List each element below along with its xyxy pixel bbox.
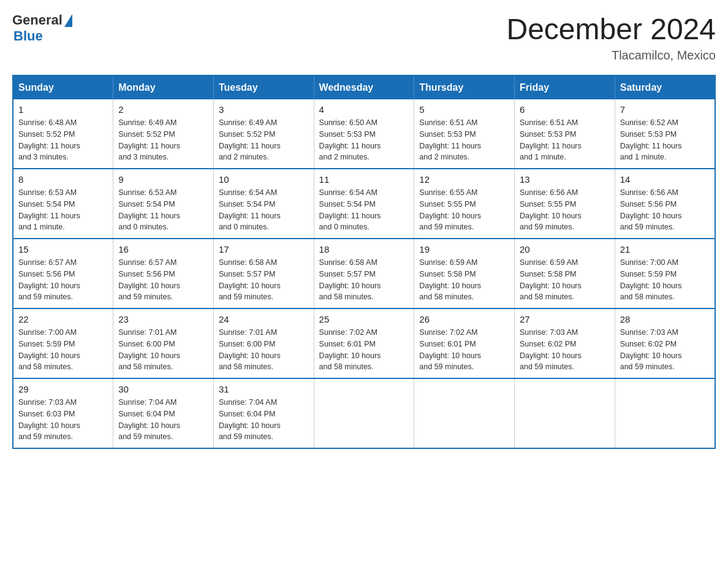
calendar-day-cell: 21Sunrise: 7:00 AMSunset: 5:59 PMDayligh… — [615, 239, 715, 308]
calendar-day-cell: 14Sunrise: 6:56 AMSunset: 5:56 PMDayligh… — [615, 169, 715, 239]
calendar-header-cell: Friday — [515, 75, 615, 99]
calendar-day-cell: 28Sunrise: 7:03 AMSunset: 6:02 PMDayligh… — [615, 308, 715, 378]
day-info: Sunrise: 7:04 AMSunset: 6:04 PMDaylight:… — [118, 397, 208, 443]
day-number: 14 — [620, 174, 710, 185]
day-number: 15 — [18, 244, 108, 255]
day-info: Sunrise: 6:54 AMSunset: 5:54 PMDaylight:… — [219, 187, 309, 233]
logo: General Blue — [12, 12, 72, 44]
day-info: Sunrise: 6:51 AMSunset: 5:53 PMDaylight:… — [520, 117, 610, 163]
day-number: 4 — [319, 104, 409, 115]
calendar-table: SundayMondayTuesdayWednesdayThursdayFrid… — [12, 75, 716, 449]
day-info: Sunrise: 7:03 AMSunset: 6:02 PMDaylight:… — [620, 327, 710, 373]
day-number: 21 — [620, 244, 710, 255]
day-number: 18 — [319, 244, 409, 255]
day-info: Sunrise: 6:53 AMSunset: 5:54 PMDaylight:… — [18, 187, 108, 233]
calendar-day-cell: 25Sunrise: 7:02 AMSunset: 6:01 PMDayligh… — [314, 308, 414, 378]
day-number: 16 — [118, 244, 208, 255]
calendar-day-cell: 24Sunrise: 7:01 AMSunset: 6:00 PMDayligh… — [213, 308, 314, 378]
calendar-body: 1Sunrise: 6:48 AMSunset: 5:52 PMDaylight… — [13, 99, 715, 448]
day-info: Sunrise: 6:57 AMSunset: 5:56 PMDaylight:… — [118, 257, 208, 303]
day-number: 2 — [118, 104, 208, 115]
day-number: 5 — [419, 104, 509, 115]
calendar-day-cell: 12Sunrise: 6:55 AMSunset: 5:55 PMDayligh… — [414, 169, 515, 239]
calendar-day-cell: 22Sunrise: 7:00 AMSunset: 5:59 PMDayligh… — [13, 308, 113, 378]
calendar-day-cell: 11Sunrise: 6:54 AMSunset: 5:54 PMDayligh… — [314, 169, 414, 239]
calendar-day-cell: 26Sunrise: 7:02 AMSunset: 6:01 PMDayligh… — [414, 308, 515, 378]
calendar-day-cell: 3Sunrise: 6:49 AMSunset: 5:52 PMDaylight… — [213, 99, 314, 169]
title-block: December 2024 Tlacamilco, Mexico — [506, 12, 716, 63]
day-number: 19 — [419, 244, 509, 255]
calendar-day-cell: 15Sunrise: 6:57 AMSunset: 5:56 PMDayligh… — [13, 239, 113, 308]
day-number: 29 — [18, 384, 108, 394]
calendar-day-cell — [615, 378, 715, 448]
day-info: Sunrise: 6:49 AMSunset: 5:52 PMDaylight:… — [219, 117, 309, 163]
day-info: Sunrise: 6:49 AMSunset: 5:52 PMDaylight:… — [118, 117, 208, 163]
calendar-header-row: SundayMondayTuesdayWednesdayThursdayFrid… — [13, 75, 715, 99]
day-info: Sunrise: 6:58 AMSunset: 5:57 PMDaylight:… — [219, 257, 309, 303]
day-number: 10 — [219, 174, 309, 185]
day-number: 24 — [219, 314, 309, 324]
calendar-day-cell: 13Sunrise: 6:56 AMSunset: 5:55 PMDayligh… — [515, 169, 615, 239]
day-number: 6 — [520, 104, 610, 115]
day-info: Sunrise: 7:01 AMSunset: 6:00 PMDaylight:… — [118, 327, 208, 373]
calendar-day-cell: 20Sunrise: 6:59 AMSunset: 5:58 PMDayligh… — [515, 239, 615, 308]
calendar-header-cell: Thursday — [414, 75, 515, 99]
calendar-day-cell: 8Sunrise: 6:53 AMSunset: 5:54 PMDaylight… — [13, 169, 113, 239]
calendar-week-row: 15Sunrise: 6:57 AMSunset: 5:56 PMDayligh… — [13, 239, 715, 308]
day-number: 30 — [118, 384, 208, 394]
day-info: Sunrise: 6:56 AMSunset: 5:55 PMDaylight:… — [520, 187, 610, 233]
calendar-day-cell: 4Sunrise: 6:50 AMSunset: 5:53 PMDaylight… — [314, 99, 414, 169]
subtitle: Tlacamilco, Mexico — [506, 48, 716, 63]
calendar-header: SundayMondayTuesdayWednesdayThursdayFrid… — [13, 75, 715, 99]
calendar-day-cell: 9Sunrise: 6:53 AMSunset: 5:54 PMDaylight… — [113, 169, 214, 239]
day-info: Sunrise: 7:03 AMSunset: 6:03 PMDaylight:… — [18, 397, 108, 443]
day-info: Sunrise: 7:00 AMSunset: 5:59 PMDaylight:… — [620, 257, 710, 303]
day-info: Sunrise: 6:59 AMSunset: 5:58 PMDaylight:… — [419, 257, 509, 303]
calendar-day-cell: 1Sunrise: 6:48 AMSunset: 5:52 PMDaylight… — [13, 99, 113, 169]
day-info: Sunrise: 7:01 AMSunset: 6:00 PMDaylight:… — [219, 327, 309, 373]
day-info: Sunrise: 6:48 AMSunset: 5:52 PMDaylight:… — [18, 117, 108, 163]
calendar-day-cell: 23Sunrise: 7:01 AMSunset: 6:00 PMDayligh… — [113, 308, 214, 378]
day-info: Sunrise: 6:52 AMSunset: 5:53 PMDaylight:… — [620, 117, 710, 163]
day-info: Sunrise: 6:59 AMSunset: 5:58 PMDaylight:… — [520, 257, 610, 303]
day-info: Sunrise: 7:02 AMSunset: 6:01 PMDaylight:… — [319, 327, 409, 373]
day-info: Sunrise: 6:56 AMSunset: 5:56 PMDaylight:… — [620, 187, 710, 233]
day-number: 22 — [18, 314, 108, 324]
page-header: General Blue December 2024 Tlacamilco, M… — [12, 12, 716, 63]
day-info: Sunrise: 7:03 AMSunset: 6:02 PMDaylight:… — [520, 327, 610, 373]
day-info: Sunrise: 6:53 AMSunset: 5:54 PMDaylight:… — [118, 187, 208, 233]
calendar-day-cell: 31Sunrise: 7:04 AMSunset: 6:04 PMDayligh… — [213, 378, 314, 448]
day-number: 31 — [219, 384, 309, 394]
day-info: Sunrise: 6:55 AMSunset: 5:55 PMDaylight:… — [419, 187, 509, 233]
day-number: 27 — [520, 314, 610, 324]
calendar-day-cell: 30Sunrise: 7:04 AMSunset: 6:04 PMDayligh… — [113, 378, 214, 448]
day-info: Sunrise: 6:58 AMSunset: 5:57 PMDaylight:… — [319, 257, 409, 303]
day-number: 28 — [620, 314, 710, 324]
calendar-week-row: 1Sunrise: 6:48 AMSunset: 5:52 PMDaylight… — [13, 99, 715, 169]
day-number: 9 — [118, 174, 208, 185]
calendar-header-cell: Tuesday — [213, 75, 314, 99]
calendar-header-cell: Monday — [113, 75, 214, 99]
day-info: Sunrise: 6:50 AMSunset: 5:53 PMDaylight:… — [319, 117, 409, 163]
calendar-day-cell: 27Sunrise: 7:03 AMSunset: 6:02 PMDayligh… — [515, 308, 615, 378]
day-info: Sunrise: 6:54 AMSunset: 5:54 PMDaylight:… — [319, 187, 409, 233]
calendar-day-cell: 19Sunrise: 6:59 AMSunset: 5:58 PMDayligh… — [414, 239, 515, 308]
calendar-week-row: 29Sunrise: 7:03 AMSunset: 6:03 PMDayligh… — [13, 378, 715, 448]
day-number: 8 — [18, 174, 108, 185]
calendar-header-cell: Saturday — [615, 75, 715, 99]
day-number: 26 — [419, 314, 509, 324]
calendar-day-cell: 6Sunrise: 6:51 AMSunset: 5:53 PMDaylight… — [515, 99, 615, 169]
day-info: Sunrise: 6:57 AMSunset: 5:56 PMDaylight:… — [18, 257, 108, 303]
calendar-header-cell: Sunday — [13, 75, 113, 99]
calendar-header-cell: Wednesday — [314, 75, 414, 99]
day-info: Sunrise: 7:04 AMSunset: 6:04 PMDaylight:… — [219, 397, 309, 443]
day-number: 7 — [620, 104, 710, 115]
day-info: Sunrise: 6:51 AMSunset: 5:53 PMDaylight:… — [419, 117, 509, 163]
logo-triangle-icon — [64, 14, 72, 27]
calendar-day-cell: 2Sunrise: 6:49 AMSunset: 5:52 PMDaylight… — [113, 99, 214, 169]
calendar-day-cell — [314, 378, 414, 448]
day-number: 20 — [520, 244, 610, 255]
calendar-day-cell: 5Sunrise: 6:51 AMSunset: 5:53 PMDaylight… — [414, 99, 515, 169]
day-number: 12 — [419, 174, 509, 185]
day-number: 11 — [319, 174, 409, 185]
